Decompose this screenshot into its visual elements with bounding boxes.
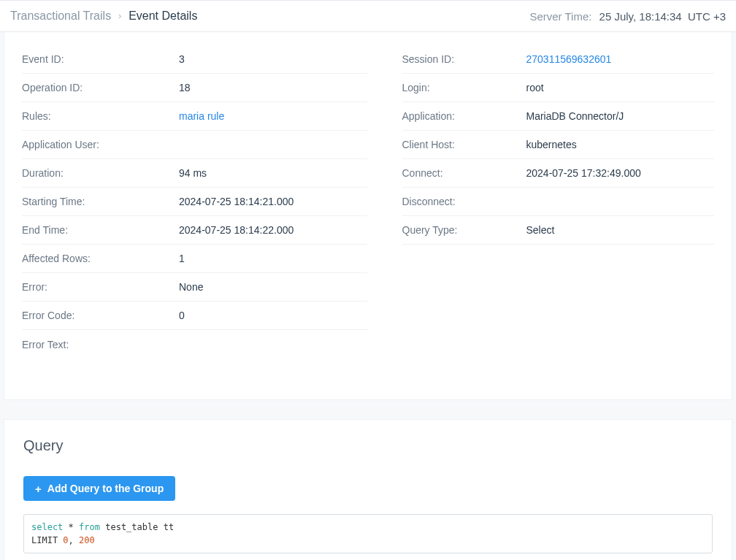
rules-link[interactable]: maria rule (179, 110, 224, 122)
field-value: 1 (179, 253, 185, 264)
field-value: 0 (179, 310, 185, 321)
details-left-column: Event ID: 3 Operation ID: 18 Rules: mari… (22, 45, 367, 358)
chevron-right-icon: › (118, 11, 121, 21)
sql-comma: , (69, 535, 74, 545)
field-query-type: Query Type: Select (402, 216, 715, 245)
query-section-title: Query (23, 437, 713, 454)
sql-keyword-limit: LIMIT (31, 535, 58, 545)
sql-star: * (69, 522, 74, 532)
field-label: Error Code: (22, 310, 179, 321)
details-grid: Event ID: 3 Operation ID: 18 Rules: mari… (22, 45, 714, 358)
sql-table: test_table tt (105, 522, 174, 532)
field-duration: Duration: 94 ms (22, 159, 367, 188)
field-connect: Connect: 2024-07-25 17:32:49.000 (402, 159, 715, 188)
field-application-user: Application User: (22, 131, 367, 159)
add-query-to-group-button[interactable]: + Add Query to the Group (23, 476, 175, 501)
field-value: kubernetes (526, 139, 577, 150)
field-error-text: Error Text: (22, 330, 367, 358)
field-label: Application: (402, 110, 526, 122)
field-disconnect: Disconnect: (402, 188, 715, 216)
field-label: End Time: (22, 224, 179, 236)
field-session-id: Session ID: 270311569632601 (402, 45, 715, 74)
field-label: Duration: (22, 167, 179, 179)
field-value: 2024-07-25 18:14:22.000 (179, 224, 294, 236)
field-label: Login: (402, 82, 526, 93)
field-client-host: Client Host: kubernetes (402, 131, 715, 159)
field-event-id: Event ID: 3 (22, 45, 367, 74)
sql-keyword-from: from (79, 522, 100, 532)
field-label: Starting Time: (22, 196, 179, 207)
field-label: Session ID: (402, 53, 526, 65)
field-end-time: End Time: 2024-07-25 18:14:22.000 (22, 216, 367, 245)
field-value: None (179, 281, 203, 293)
sql-code-block[interactable]: select * from test_table tt LIMIT 0, 200 (23, 514, 713, 553)
server-time-value: 25 July, 18:14:34 (599, 10, 682, 23)
field-label: Rules: (22, 110, 179, 122)
breadcrumb: Transactional Trails › Event Details (10, 9, 197, 23)
sql-keyword-select: select (31, 522, 63, 532)
sql-num: 200 (79, 535, 95, 545)
field-login: Login: root (402, 74, 715, 102)
field-label: Error: (22, 281, 179, 293)
field-starting-time: Starting Time: 2024-07-25 18:14:21.000 (22, 188, 367, 216)
field-value: MariaDB Connector/J (526, 110, 624, 122)
field-label: Event ID: (22, 53, 179, 65)
field-label: Operation ID: (22, 82, 179, 93)
field-rules: Rules: maria rule (22, 102, 367, 131)
server-time: Server Time: 25 July, 18:14:34 UTC +3 (529, 10, 726, 23)
server-time-tz: UTC +3 (688, 10, 726, 23)
field-label: Error Text: (22, 339, 179, 350)
field-label: Query Type: (402, 224, 526, 236)
top-bar: Transactional Trails › Event Details Ser… (0, 0, 736, 32)
plus-icon: + (35, 483, 42, 494)
field-label: Disconnect: (402, 196, 526, 207)
field-value: 94 ms (179, 167, 207, 179)
field-error-code: Error Code: 0 (22, 302, 367, 330)
server-time-label: Server Time: (529, 10, 591, 23)
breadcrumb-current: Event Details (129, 9, 197, 23)
sql-num: 0 (63, 535, 68, 545)
field-value: root (526, 82, 544, 93)
field-affected-rows: Affected Rows: 1 (22, 245, 367, 273)
field-value: Select (526, 224, 555, 236)
field-label: Connect: (402, 167, 526, 179)
field-value: 3 (179, 53, 185, 65)
field-application: Application: MariaDB Connector/J (402, 102, 715, 131)
field-label: Client Host: (402, 139, 526, 150)
session-id-link[interactable]: 270311569632601 (526, 53, 612, 65)
field-value: 2024-07-25 18:14:21.000 (179, 196, 294, 207)
field-value: 18 (179, 82, 191, 93)
field-label: Affected Rows: (22, 253, 179, 264)
field-label: Application User: (22, 139, 179, 150)
query-panel: Query + Add Query to the Group select * … (4, 419, 732, 560)
breadcrumb-parent[interactable]: Transactional Trails (10, 9, 111, 23)
details-panel: Event ID: 3 Operation ID: 18 Rules: mari… (4, 32, 732, 400)
field-error: Error: None (22, 273, 367, 302)
add-query-button-label: Add Query to the Group (47, 483, 164, 494)
field-operation-id: Operation ID: 18 (22, 74, 367, 102)
field-value: 2024-07-25 17:32:49.000 (526, 167, 641, 179)
details-right-column: Session ID: 270311569632601 Login: root … (402, 45, 715, 358)
